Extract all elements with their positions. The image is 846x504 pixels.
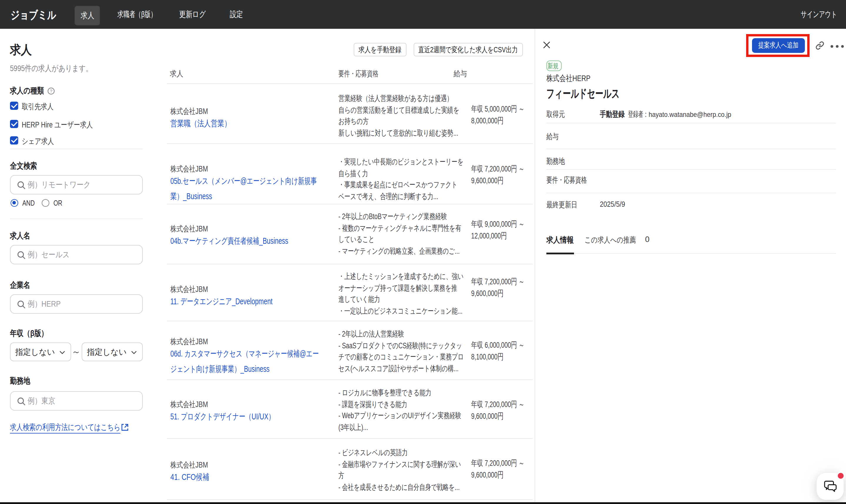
svg-text:?: ?	[50, 88, 52, 93]
